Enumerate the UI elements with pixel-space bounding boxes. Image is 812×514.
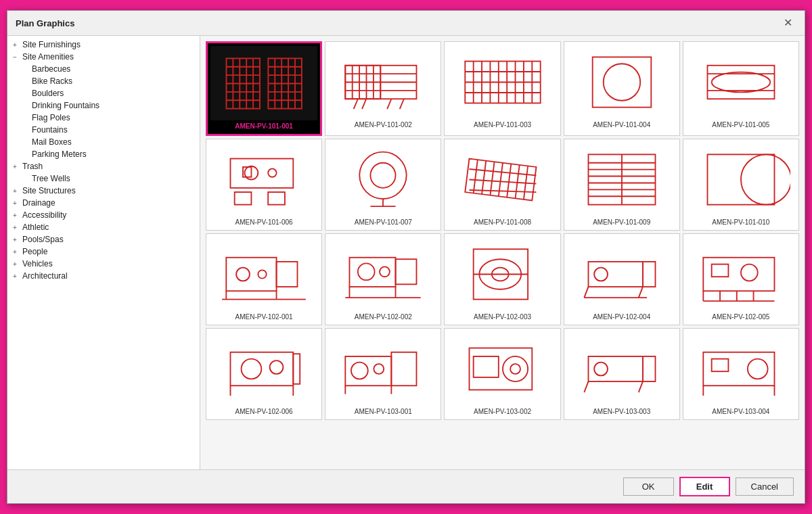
grid-item-thumbnail [209,142,319,216]
grid-item[interactable]: AMEN-PV-101-010 [683,139,799,231]
sidebar-item-label: Drinking Fountains [32,101,99,110]
grid-item[interactable]: AMEN-PV-102-006 [206,328,322,420]
expander-icon: + [13,260,22,268]
sidebar-item-label: Fountains [32,125,68,135]
sidebar-item-vehicles[interactable]: +Vehicles [7,258,200,270]
grid-item[interactable]: AMEN-PV-101-008 [444,139,560,231]
sidebar-item-mail-boxes[interactable]: Mail Boxes [7,136,200,148]
svg-rect-113 [712,264,729,277]
grid-item-thumbnail [328,331,438,406]
footer: OK Edit Cancel [7,469,805,503]
sidebar-item-site-furnishings[interactable]: +Site Furnishings [7,39,200,51]
sidebar-item-bike-racks[interactable]: Bike Racks [7,75,200,87]
sidebar-item-tree-wells[interactable]: Tree Wells [7,172,200,185]
sidebar-item-flag-poles[interactable]: Flag Poles [7,112,200,124]
svg-rect-107 [703,257,774,291]
grid-item[interactable]: AMEN-PV-102-003 [444,233,560,325]
sidebar-item-drainage[interactable]: +Drainage [7,197,200,209]
grid-item-label: AMEN-PV-101-006 [234,216,294,227]
sidebar-item-athletic[interactable]: +Athletic [7,221,200,233]
sidebar-item-parking-meters[interactable]: Parking Meters [7,148,200,160]
svg-rect-137 [712,358,729,371]
grid-item-thumbnail [686,142,796,216]
svg-point-86 [258,270,266,278]
sidebar-item-label: Trash [22,162,43,171]
grid-item-thumbnail [447,237,557,311]
cancel-button[interactable]: Cancel [736,477,794,496]
sidebar-item-people[interactable]: +People [7,246,200,258]
expander-icon: + [13,224,22,231]
svg-point-93 [380,266,390,277]
svg-line-64 [482,160,486,194]
content-area: AMEN-PV-101-001AMEN-PV-101-002AMEN-PV-10… [200,36,805,469]
grid-item[interactable]: AMEN-PV-101-007 [325,139,441,231]
grid-item[interactable]: AMEN-PV-101-004 [564,41,680,136]
sidebar-item-drinking-fountains[interactable]: Drinking Fountains [7,99,200,112]
sidebar-item-label: Architectural [22,271,68,281]
svg-point-59 [371,162,396,187]
grid-item-thumbnail [328,142,438,216]
edit-button[interactable]: Edit [679,477,730,496]
grid-item[interactable]: AMEN-PV-101-001 [206,41,322,136]
grid-item[interactable]: AMEN-PV-103-002 [444,328,560,420]
expander-icon: + [13,200,22,207]
plan-graphics-dialog: Plan Graphics ✕ +Site Furnishings−Site A… [7,10,805,504]
svg-rect-54 [268,192,285,205]
sidebar-item-label: Athletic [22,223,49,232]
grid-item[interactable]: AMEN-PV-102-002 [325,233,441,325]
svg-line-104 [584,287,588,298]
svg-line-32 [387,99,391,109]
grid-item[interactable]: AMEN-PV-101-009 [564,139,680,231]
sidebar-item-label: Accessibility [22,210,66,220]
sidebar-item-architectural[interactable]: +Architectural [7,270,200,282]
svg-point-92 [358,263,375,280]
grid-item-thumbnail [328,237,438,311]
svg-rect-122 [392,352,417,386]
grid-item-label: AMEN-PV-103-001 [353,406,413,417]
grid-item-label: AMEN-PV-101-005 [710,119,771,130]
grid-item[interactable]: AMEN-PV-103-001 [325,328,441,420]
svg-point-102 [594,267,608,281]
grid-item[interactable]: AMEN-PV-103-003 [564,328,680,420]
sidebar-item-boulders[interactable]: Boulders [7,87,200,99]
grid-item[interactable]: AMEN-PV-102-004 [564,233,680,325]
sidebar-item-pools-spas[interactable]: +Pools/Spas [7,233,200,246]
grid-item-label: AMEN-PV-102-005 [710,311,771,322]
svg-rect-131 [588,356,642,381]
ok-button[interactable]: OK [623,477,674,496]
grid-item-label: AMEN-PV-101-009 [591,216,652,227]
svg-point-124 [374,364,384,374]
sidebar-item-label: Pools/Spas [22,235,64,244]
svg-point-138 [748,358,768,379]
sidebar-item-label: Boulders [32,89,64,98]
sidebar-item-barbecues[interactable]: Barbecues [7,63,200,75]
sidebar-item-accessibility[interactable]: +Accessibility [7,209,200,221]
grid-item-thumbnail [209,331,319,406]
svg-rect-84 [277,261,298,286]
sidebar-item-site-structures[interactable]: +Site Structures [7,185,200,197]
svg-rect-127 [469,348,532,390]
sidebar-item-fountains[interactable]: Fountains [7,124,200,136]
grid-item[interactable]: AMEN-PV-101-002 [325,41,441,136]
svg-line-68 [515,164,519,198]
grid-item[interactable]: AMEN-PV-101-003 [444,41,560,136]
grid-item[interactable]: AMEN-PV-101-005 [683,41,799,136]
svg-point-118 [270,360,284,374]
grid-item-label: AMEN-PV-101-010 [710,216,771,227]
grid-item[interactable]: AMEN-PV-101-006 [206,139,322,231]
sidebar-item-label: Flag Poles [32,113,70,122]
sidebar-item-trash[interactable]: +Trash [7,160,200,172]
svg-rect-128 [473,356,498,377]
grid-item[interactable]: AMEN-PV-102-001 [206,233,322,325]
title-bar: Plan Graphics ✕ [7,11,805,36]
sidebar-item-label: Parking Meters [32,149,87,159]
sidebar-item-label: Site Structures [22,186,76,195]
close-button[interactable]: ✕ [780,16,796,30]
grid-item[interactable]: AMEN-PV-102-005 [683,233,799,325]
svg-rect-48 [707,65,774,99]
grid-item[interactable]: AMEN-PV-103-004 [683,328,799,420]
svg-point-56 [268,168,276,177]
sidebar-item-site-amenities[interactable]: −Site Amenities [7,51,200,63]
expander-icon: + [13,273,22,280]
grid-item-label: AMEN-PV-102-004 [591,311,652,322]
